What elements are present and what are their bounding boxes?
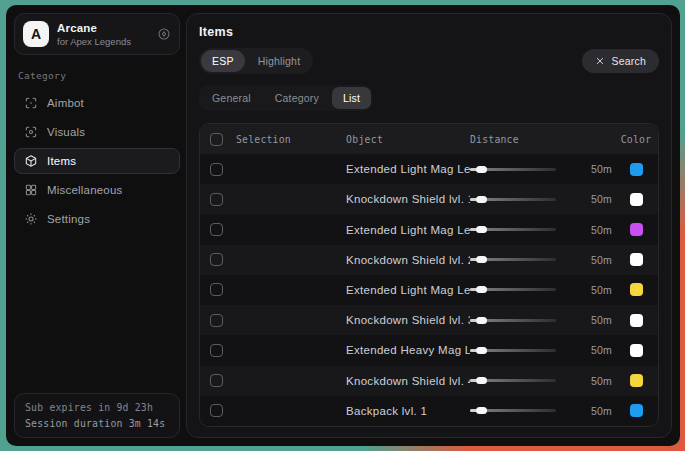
sidebar-item-visuals[interactable]: Visuals bbox=[14, 119, 180, 145]
sidebar-item-miscellaneous[interactable]: Miscellaneous bbox=[14, 177, 180, 203]
main-panel: Items ESP Highlight Search General Categ… bbox=[186, 13, 672, 438]
row-distance-cell: 50m bbox=[470, 193, 618, 205]
row-color-cell bbox=[618, 314, 658, 327]
row-distance-cell: 50m bbox=[470, 224, 618, 236]
sub-expires-text: Sub expires in 9d 23h bbox=[25, 402, 169, 413]
row-color-cell bbox=[618, 404, 658, 417]
category-section-label: Category bbox=[18, 70, 176, 81]
row-distance-cell: 50m bbox=[470, 284, 618, 296]
sidebar-item-items[interactable]: Items bbox=[14, 148, 180, 174]
app-title-block: Arcane for Apex Legends bbox=[57, 22, 149, 47]
slider-thumb[interactable] bbox=[476, 196, 487, 203]
row-distance-cell: 50m bbox=[470, 254, 618, 266]
session-duration-text: Session duration 3m 14s bbox=[25, 418, 169, 429]
row-checkbox[interactable] bbox=[210, 223, 223, 236]
row-checkbox[interactable] bbox=[210, 283, 223, 296]
layout-grid-icon bbox=[24, 183, 38, 197]
row-distance-value: 50m bbox=[591, 405, 618, 417]
tab-list[interactable]: List bbox=[332, 87, 371, 109]
row-object-label: Knockdown Shield lvl. 1 bbox=[346, 193, 470, 205]
sidebar-item-label: Visuals bbox=[47, 126, 85, 138]
row-distance-value: 50m bbox=[591, 224, 618, 236]
row-selection-cell bbox=[200, 374, 346, 387]
row-color-swatch[interactable] bbox=[630, 163, 643, 176]
table-row: Extended Heavy Mag Level 1 50m bbox=[200, 335, 658, 365]
row-checkbox[interactable] bbox=[210, 344, 223, 357]
tab-esp[interactable]: ESP bbox=[201, 50, 245, 72]
slider-thumb[interactable] bbox=[476, 377, 487, 384]
row-distance-value: 50m bbox=[591, 344, 618, 356]
distance-slider[interactable] bbox=[470, 198, 556, 201]
row-checkbox[interactable] bbox=[210, 253, 223, 266]
distance-slider[interactable] bbox=[470, 228, 556, 231]
row-selection-cell bbox=[200, 193, 346, 206]
row-distance-cell: 50m bbox=[470, 344, 618, 356]
mode-tab-group: ESP Highlight bbox=[199, 48, 313, 74]
row-checkbox[interactable] bbox=[210, 374, 223, 387]
row-color-cell bbox=[618, 344, 658, 357]
row-object-label: Knockdown Shield lvl. 2 bbox=[346, 254, 470, 266]
row-selection-cell bbox=[200, 344, 346, 357]
row-selection-cell bbox=[200, 223, 346, 236]
column-header-object: Object bbox=[346, 134, 470, 145]
sidebar-item-aimbot[interactable]: Aimbot bbox=[14, 90, 180, 116]
search-button[interactable]: Search bbox=[582, 49, 659, 73]
tab-category[interactable]: Category bbox=[264, 87, 330, 109]
row-selection-cell bbox=[200, 314, 346, 327]
row-checkbox[interactable] bbox=[210, 314, 223, 327]
slider-thumb[interactable] bbox=[476, 317, 487, 324]
sidebar-item-settings[interactable]: Settings bbox=[14, 206, 180, 232]
row-distance-value: 50m bbox=[591, 163, 618, 175]
row-object-label: Extended Light Mag Level 3 bbox=[346, 224, 470, 236]
row-object-label: Knockdown Shield lvl. 3 bbox=[346, 314, 470, 326]
tab-highlight[interactable]: Highlight bbox=[247, 50, 312, 72]
select-all-checkbox[interactable] bbox=[210, 133, 223, 146]
row-checkbox[interactable] bbox=[210, 163, 223, 176]
row-color-swatch[interactable] bbox=[630, 223, 643, 236]
table-row: Knockdown Shield lvl. 1 50m bbox=[200, 184, 658, 214]
x-icon bbox=[595, 56, 605, 66]
distance-slider[interactable] bbox=[470, 409, 556, 412]
gem-badge-icon[interactable] bbox=[157, 27, 171, 41]
slider-thumb[interactable] bbox=[476, 166, 487, 173]
row-color-swatch[interactable] bbox=[630, 404, 643, 417]
slider-thumb[interactable] bbox=[476, 256, 487, 263]
slider-thumb[interactable] bbox=[476, 347, 487, 354]
distance-slider[interactable] bbox=[470, 288, 556, 291]
distance-slider[interactable] bbox=[470, 319, 556, 322]
header-selection-cell: Selection bbox=[200, 133, 346, 146]
row-color-swatch[interactable] bbox=[630, 374, 643, 387]
sidebar: A Arcane for Apex Legends Category bbox=[14, 13, 180, 438]
row-color-cell bbox=[618, 253, 658, 266]
search-button-label: Search bbox=[612, 55, 646, 67]
slider-thumb[interactable] bbox=[476, 286, 487, 293]
row-object-label: Extended Light Mag Level 4 bbox=[346, 284, 470, 296]
slider-thumb[interactable] bbox=[476, 226, 487, 233]
row-object-label: Backpack lvl. 1 bbox=[346, 405, 470, 417]
table-body: Extended Light Mag Level 2 50m Knockdown… bbox=[200, 154, 658, 426]
app-logo: A bbox=[23, 21, 49, 47]
row-color-swatch[interactable] bbox=[630, 193, 643, 206]
column-header-selection: Selection bbox=[236, 134, 291, 145]
row-color-swatch[interactable] bbox=[630, 344, 643, 357]
table-row: Knockdown Shield lvl. 2 50m bbox=[200, 245, 658, 275]
row-color-cell bbox=[618, 223, 658, 236]
distance-slider[interactable] bbox=[470, 349, 556, 352]
row-color-swatch[interactable] bbox=[630, 253, 643, 266]
row-selection-cell bbox=[200, 253, 346, 266]
sidebar-item-label: Miscellaneous bbox=[47, 184, 122, 196]
slider-thumb[interactable] bbox=[476, 407, 487, 414]
row-color-swatch[interactable] bbox=[630, 314, 643, 327]
row-checkbox[interactable] bbox=[210, 193, 223, 206]
tab-general[interactable]: General bbox=[201, 87, 262, 109]
distance-slider[interactable] bbox=[470, 379, 556, 382]
row-distance-cell: 50m bbox=[470, 405, 618, 417]
distance-slider[interactable] bbox=[470, 258, 556, 261]
table-row: Extended Light Mag Level 2 50m bbox=[200, 154, 658, 184]
table-row: Backpack lvl. 1 50m bbox=[200, 396, 658, 426]
row-checkbox[interactable] bbox=[210, 404, 223, 417]
row-distance-value: 50m bbox=[591, 284, 618, 296]
row-color-swatch[interactable] bbox=[630, 283, 643, 296]
row-distance-cell: 50m bbox=[470, 314, 618, 326]
distance-slider[interactable] bbox=[470, 168, 556, 171]
